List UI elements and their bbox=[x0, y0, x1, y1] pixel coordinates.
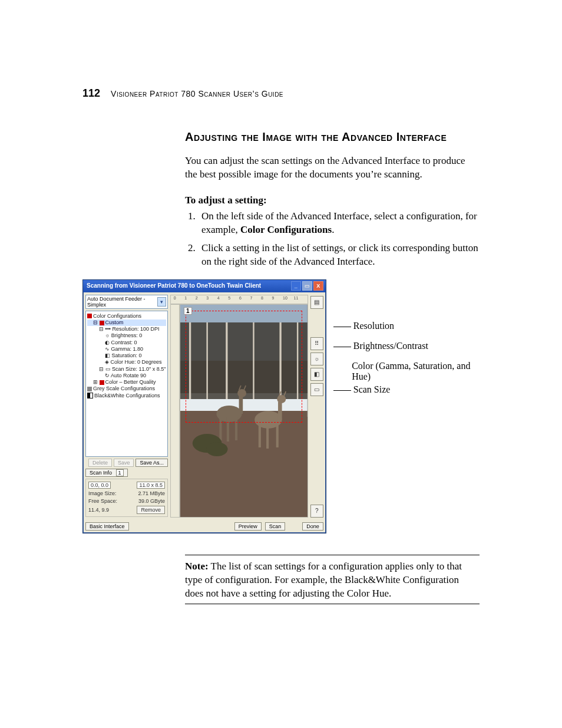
ruler-num: 10 bbox=[283, 296, 287, 300]
tree-brightness[interactable]: Brightness: 0 bbox=[111, 332, 143, 338]
image-size-label: Image Size: bbox=[88, 490, 117, 496]
info-ratio: 11.4, 9.9 bbox=[88, 507, 109, 513]
source-dropdown-value: Auto Document Feeder - Simplex bbox=[87, 296, 157, 308]
ruler-num: 9 bbox=[272, 296, 275, 300]
tree-saturation[interactable]: Saturation: 0 bbox=[112, 353, 142, 358]
note-text: The list of scan settings for a configur… bbox=[185, 561, 462, 599]
tree-auto-rotate[interactable]: Auto Rotate 90 bbox=[111, 373, 146, 378]
scan-info-panel: 0.0, 0.0 11.0 x 8.5 Image Size: 2.71 MBy… bbox=[85, 479, 168, 517]
tree-color-config[interactable]: Color Configurations bbox=[93, 313, 141, 319]
ruler-num: 4 bbox=[217, 296, 220, 300]
section-heading: Adjusting the Image with the Advanced In… bbox=[185, 130, 480, 144]
resolution-icon[interactable]: ⠿ bbox=[310, 337, 323, 350]
remove-button[interactable]: Remove bbox=[137, 506, 165, 514]
scan-info-label: Scan Info bbox=[90, 470, 112, 476]
callout-resolution: Resolution bbox=[353, 321, 394, 331]
scan-info-page: 1 bbox=[116, 469, 124, 476]
screenshot-window: Scanning from Visioneer Patriot 780 to O… bbox=[82, 279, 326, 533]
step-1-bold: Color Configurations bbox=[240, 224, 332, 235]
done-button[interactable]: Done bbox=[302, 522, 323, 531]
svg-rect-2 bbox=[180, 411, 308, 517]
ruler-num: 8 bbox=[261, 296, 263, 300]
help-icon[interactable]: ? bbox=[310, 505, 323, 518]
note-block: Note: The list of scan settings for a co… bbox=[185, 555, 480, 605]
scan-button[interactable]: Scan bbox=[265, 522, 286, 531]
header-title: Visioneer Patriot 780 Scanner User’s Gui… bbox=[111, 89, 283, 98]
config-tree[interactable]: Color Configurations ⊟ Custom ⊟ ••• Reso… bbox=[85, 311, 168, 457]
page-header: 112 Visioneer Patriot 780 Scanner User’s… bbox=[82, 87, 480, 100]
tree-color-bq[interactable]: Color – Better Quality bbox=[105, 379, 156, 385]
page-index-label: 1 bbox=[184, 307, 192, 315]
callout-brightness: Brightness/Contrast bbox=[353, 341, 428, 351]
delete-button[interactable]: Delete bbox=[88, 459, 112, 467]
ruler-num: 1 bbox=[184, 296, 187, 300]
window-titlebar: Scanning from Visioneer Patriot 780 to O… bbox=[83, 280, 326, 292]
svg-rect-19 bbox=[276, 423, 279, 447]
tree-custom[interactable]: Custom bbox=[105, 319, 124, 325]
ruler-num: 5 bbox=[228, 296, 230, 300]
free-space-value: 39.0 GByte bbox=[138, 498, 165, 504]
minimize-button[interactable]: _ bbox=[291, 281, 301, 291]
tree-grey[interactable]: Grey Scale Configurations bbox=[93, 386, 155, 391]
basic-interface-button[interactable]: Basic Interface bbox=[85, 522, 129, 531]
color-icon[interactable]: ◧ bbox=[310, 368, 323, 381]
ruler-num: 0 bbox=[174, 296, 176, 300]
scan-info-button[interactable]: Scan Info 1 bbox=[85, 469, 128, 477]
svg-rect-18 bbox=[266, 423, 269, 449]
callout-scan-size: Scan Size bbox=[353, 384, 391, 395]
chevron-down-icon: ▾ bbox=[157, 297, 166, 307]
horizontal-ruler: 0 1 2 3 4 5 6 7 8 9 10 11 bbox=[170, 295, 308, 304]
source-dropdown[interactable]: Auto Document Feeder - Simplex ▾ bbox=[85, 295, 168, 309]
step-1-text-c: . bbox=[332, 224, 334, 235]
preview-button[interactable]: Preview bbox=[234, 522, 262, 531]
note-label: Note: bbox=[185, 561, 209, 572]
maximize-button[interactable]: ▭ bbox=[302, 281, 312, 291]
tree-gamma[interactable]: Gamma: 1.80 bbox=[111, 346, 144, 352]
step-2: Click a setting in the list of settings,… bbox=[198, 242, 480, 269]
ruler-num: 2 bbox=[196, 296, 198, 300]
ruler-num: 11 bbox=[294, 296, 299, 300]
callout-color: Color (Gamma, Saturation, and Hue) bbox=[352, 361, 480, 382]
vertical-ruler bbox=[170, 304, 180, 518]
save-as-button[interactable]: Save As... bbox=[135, 459, 168, 467]
free-space-label: Free Space: bbox=[88, 498, 117, 504]
tree-hue[interactable]: Color Hue: 0 Degrees bbox=[111, 359, 162, 365]
ruler-num: 3 bbox=[206, 296, 209, 300]
info-origin: 0.0, 0.0 bbox=[88, 482, 111, 489]
step-1: On the left side of the Advanced Interfa… bbox=[198, 210, 480, 237]
image-size-value: 2.71 MByte bbox=[138, 490, 165, 496]
svg-point-23 bbox=[206, 442, 228, 456]
info-size: 11.0 x 8.5 bbox=[137, 482, 165, 489]
preview-area[interactable]: 1 bbox=[180, 304, 308, 518]
scan-size-icon[interactable]: ▭ bbox=[310, 383, 323, 396]
selection-marquee[interactable] bbox=[186, 311, 303, 422]
tree-bw[interactable]: Black&White Configurations bbox=[94, 393, 160, 398]
new-config-icon[interactable]: ▤ bbox=[310, 296, 323, 309]
callout-labels: Resolution Brightness/Contrast Color (Ga… bbox=[326, 321, 480, 404]
intro-paragraph: You can adjust the scan settings on the … bbox=[185, 154, 480, 182]
procedure-heading: To adjust a setting: bbox=[185, 195, 480, 206]
tree-scan-size[interactable]: Scan Size: 11.0" x 8.5" bbox=[112, 366, 166, 372]
save-button[interactable]: Save bbox=[114, 459, 134, 467]
window-title: Scanning from Visioneer Patriot 780 to O… bbox=[87, 282, 261, 289]
tree-resolution[interactable]: Resolution: 100 DPI bbox=[112, 326, 159, 332]
ruler-num: 6 bbox=[239, 296, 242, 300]
tree-contrast[interactable]: Contrast: 0 bbox=[111, 340, 137, 345]
brightness-contrast-icon[interactable]: ☼ bbox=[310, 353, 323, 365]
close-button[interactable]: X bbox=[313, 281, 323, 291]
ruler-num: 7 bbox=[250, 296, 252, 300]
page-number: 112 bbox=[82, 87, 100, 100]
svg-rect-17 bbox=[259, 423, 261, 447]
